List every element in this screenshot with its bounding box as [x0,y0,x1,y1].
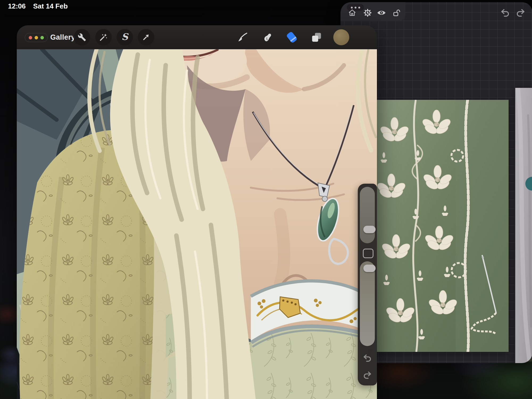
embroidery-reference-photo[interactable] [376,100,509,352]
color-swatch[interactable] [333,29,349,45]
selection-icon[interactable]: S [117,29,133,46]
undo-icon[interactable] [363,353,372,363]
eraser-tool-icon[interactable] [285,31,298,44]
minimize-window-dot[interactable] [35,36,38,39]
close-window-dot[interactable] [29,36,32,39]
opacity-slider[interactable] [360,261,375,346]
board-redo-icon[interactable] [516,8,525,18]
gallery-button[interactable]: Gallery [50,25,75,49]
status-date: Sat 14 Feb [33,2,68,10]
status-time: 12:06 [8,2,26,10]
settings-gear-icon[interactable] [363,8,372,17]
board-undo-icon[interactable] [500,8,510,18]
canvas-artwork[interactable] [17,49,377,399]
window-controls[interactable] [25,33,48,42]
visibility-eye-icon[interactable] [377,8,386,17]
procreate-window[interactable]: Gallery S [17,25,377,399]
redo-icon[interactable] [363,371,372,380]
brush-tool-icon[interactable] [236,31,249,44]
sidebar [358,184,377,385]
modify-button[interactable] [363,249,373,258]
screen: 12:06 Sat 14 Feb [0,0,532,399]
brush-size-slider[interactable] [360,187,375,243]
opacity-thumb[interactable] [363,265,376,272]
maximize-window-dot[interactable] [40,36,44,39]
status-bar: 12:06 Sat 14 Feb [8,1,68,11]
grey-fabric-reference-photo[interactable] [515,88,532,363]
layers-icon[interactable] [310,31,323,44]
transform-arrow-icon[interactable] [138,29,154,46]
smudge-tool-icon[interactable] [261,31,274,44]
lock-open-icon[interactable] [392,8,401,17]
home-icon[interactable] [348,8,357,17]
brush-size-thumb[interactable] [363,226,376,233]
adjustments-wand-icon[interactable] [95,29,112,46]
actions-wrench-icon[interactable] [74,29,90,46]
